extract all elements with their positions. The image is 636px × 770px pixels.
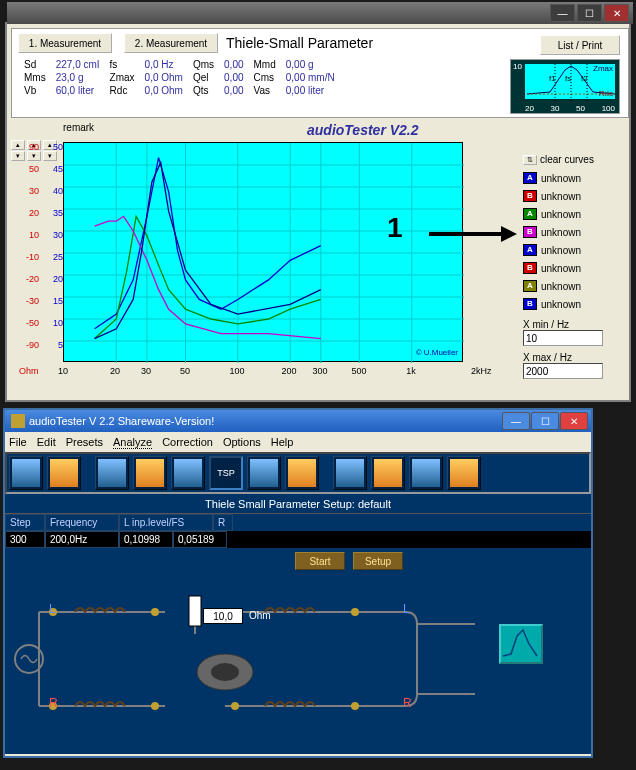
xmax-input[interactable]	[523, 363, 603, 379]
legend-badge-icon: A	[523, 244, 537, 256]
tool-9[interactable]	[371, 456, 405, 490]
svg-point-42	[211, 663, 239, 681]
circuit-svg	[5, 574, 591, 754]
toolbar: TSP	[5, 452, 591, 494]
menu-correction[interactable]: Correction	[162, 436, 213, 448]
legend-item[interactable]: Aunknown	[523, 169, 623, 187]
chart-plot-area: © U.Mueller	[63, 142, 463, 362]
legend-badge-icon: B	[523, 262, 537, 274]
mini-y-value: 10	[513, 62, 522, 71]
circuit-L-left: L	[49, 602, 56, 616]
tool-3[interactable]	[95, 456, 129, 490]
legend-label: unknown	[541, 245, 581, 256]
titlebar: — ☐ ✕	[7, 2, 633, 24]
parameter-area: 1. Measurement 2. Measurement Thiele-Sma…	[11, 28, 629, 118]
window-titlebar: audioTester V 2.2 Shareware-Version! — ☐…	[5, 410, 591, 432]
impedance-chart: 90 50 50 45 30 40 20 35 10 30 -10 25 -20…	[63, 128, 503, 388]
legend-label: unknown	[541, 191, 581, 202]
legend-label: unknown	[541, 299, 581, 310]
tool-11[interactable]	[447, 456, 481, 490]
tsp-title: Thiele-Small Parameter	[226, 35, 373, 51]
table-row: 300 200,0Hz 0,10998 0,05189	[5, 531, 591, 548]
legend-badge-icon: A	[523, 280, 537, 292]
app-icon	[11, 414, 25, 428]
legend-badge-icon: A	[523, 208, 537, 220]
tool-7[interactable]	[285, 456, 319, 490]
ohm-unit: Ohm	[19, 366, 39, 376]
menu-options[interactable]: Options	[223, 436, 261, 448]
result-preview[interactable]	[499, 624, 543, 664]
start-button[interactable]: Start	[295, 552, 345, 570]
xmin-label: X min / Hz	[523, 319, 623, 330]
svg-point-33	[151, 608, 159, 616]
zmax-label: Zmax	[593, 64, 613, 73]
maximize-button[interactable]: ☐	[531, 412, 559, 430]
maximize-button[interactable]: ☐	[577, 4, 602, 22]
mini-chart: 10 Zmax Rdc f1 fs f2 20 30 50 100	[510, 59, 620, 114]
arrow-icon	[427, 222, 517, 253]
legend-item[interactable]: Bunknown	[523, 223, 623, 241]
legend-spinner[interactable]: ⇅	[523, 155, 537, 165]
menu-help[interactable]: Help	[271, 436, 294, 448]
ohm-input[interactable]	[203, 608, 243, 624]
x-unit: 2kHz	[471, 366, 492, 376]
xmax-label: X max / Hz	[523, 352, 623, 363]
circuit-L-right: L	[403, 602, 410, 616]
legend-label: unknown	[541, 263, 581, 274]
svg-marker-22	[501, 226, 517, 242]
menu-file[interactable]: File	[9, 436, 27, 448]
list-print-button[interactable]: List / Print	[540, 35, 620, 55]
legend-badge-icon: B	[523, 190, 537, 202]
tool-8[interactable]	[333, 456, 367, 490]
measurement-2-button[interactable]: 2. Measurement	[124, 33, 218, 53]
legend: ⇅ clear curves AunknownBunknownAunknownB…	[523, 154, 623, 379]
legend-label: unknown	[541, 227, 581, 238]
tool-5[interactable]	[171, 456, 205, 490]
mini-x-axis: 20 30 50 100	[525, 104, 615, 113]
minimize-button[interactable]: —	[550, 4, 575, 22]
status-row: Thiele Small Parameter Setup: default	[5, 494, 591, 514]
window-title: audioTester V 2.2 Shareware-Version!	[29, 415, 214, 427]
svg-point-39	[351, 702, 359, 710]
controls-row: Start Setup	[5, 548, 591, 574]
close-button[interactable]: ✕	[604, 4, 629, 22]
curves-svg	[64, 143, 464, 363]
legend-item[interactable]: Aunknown	[523, 205, 623, 223]
circuit-diagram: L R L R Ohm	[5, 574, 591, 754]
tool-10[interactable]	[409, 456, 443, 490]
legend-label: unknown	[541, 173, 581, 184]
audiotester-window: audioTester V 2.2 Shareware-Version! — ☐…	[3, 408, 593, 758]
xmin-input[interactable]	[523, 330, 603, 346]
legend-item[interactable]: Aunknown	[523, 241, 623, 259]
legend-item[interactable]: Bunknown	[523, 187, 623, 205]
clear-curves-button[interactable]: clear curves	[540, 154, 594, 165]
tsp-panel: — ☐ ✕ 1. Measurement 2. Measurement Thie…	[5, 22, 631, 402]
circuit-R-right: R	[403, 696, 412, 710]
legend-badge-icon: A	[523, 172, 537, 184]
svg-point-38	[231, 702, 239, 710]
credit-label: © U.Mueller	[416, 348, 458, 357]
tool-6[interactable]	[247, 456, 281, 490]
menu-edit[interactable]: Edit	[37, 436, 56, 448]
circuit-R-left: R	[49, 696, 58, 710]
tool-2[interactable]	[47, 456, 81, 490]
tsp-parameters: Sd227,0 cmI fs0,0 Hz Qms0,00 Mmd0,00 g M…	[18, 57, 341, 98]
table-header: Step Frequency L inp.level/FS R	[5, 514, 591, 531]
legend-item[interactable]: Bunknown	[523, 259, 623, 277]
legend-item[interactable]: Bunknown	[523, 295, 623, 313]
menu-presets[interactable]: Presets	[66, 436, 103, 448]
tool-1[interactable]	[9, 456, 43, 490]
tool-tsp[interactable]: TSP	[209, 456, 243, 490]
close-button[interactable]: ✕	[560, 412, 588, 430]
measurement-1-button[interactable]: 1. Measurement	[18, 33, 112, 53]
menu-analyze[interactable]: Analyze	[113, 436, 152, 449]
legend-item[interactable]: Aunknown	[523, 277, 623, 295]
svg-point-37	[151, 702, 159, 710]
ohm-unit-label: Ohm	[249, 610, 271, 621]
legend-badge-icon: B	[523, 226, 537, 238]
setup-button[interactable]: Setup	[353, 552, 403, 570]
legend-badge-icon: B	[523, 298, 537, 310]
menubar: File Edit Presets Analyze Correction Opt…	[5, 432, 591, 452]
minimize-button[interactable]: —	[502, 412, 530, 430]
tool-4[interactable]	[133, 456, 167, 490]
